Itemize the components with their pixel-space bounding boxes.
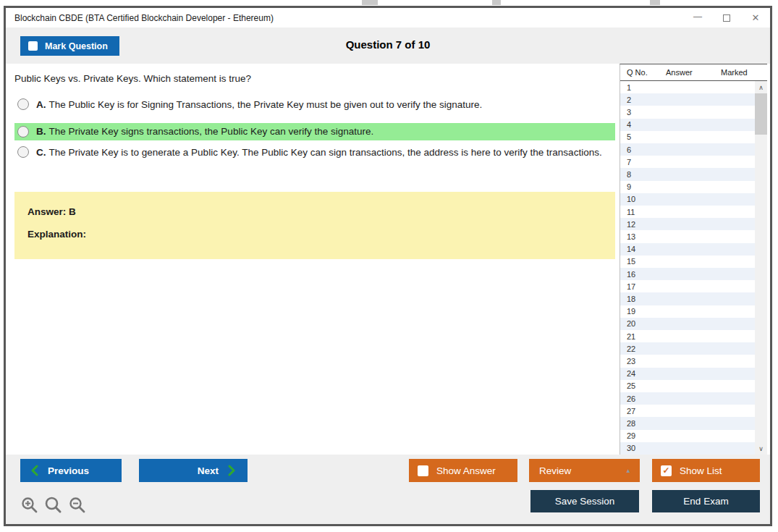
row-qno: 9 bbox=[620, 182, 656, 191]
question-list-row[interactable]: 5 bbox=[620, 131, 756, 143]
row-qno: 8 bbox=[620, 170, 656, 179]
scroll-up-icon: ∧ bbox=[758, 84, 764, 91]
answer-label: Answer: B bbox=[28, 206, 76, 217]
zoom-out-icon[interactable] bbox=[68, 496, 87, 515]
previous-button[interactable]: Previous bbox=[20, 459, 122, 482]
show-answer-button[interactable]: Show Answer bbox=[409, 459, 517, 482]
option-b-radio[interactable] bbox=[17, 126, 29, 138]
save-session-button[interactable]: Save Session bbox=[530, 490, 639, 512]
next-button[interactable]: Next bbox=[139, 459, 248, 482]
scrollbar-thumb[interactable] bbox=[755, 93, 767, 135]
question-list-row[interactable]: 2 bbox=[620, 93, 756, 106]
row-qno: 1 bbox=[620, 83, 656, 92]
question-list-row[interactable]: 24 bbox=[620, 368, 756, 380]
review-button[interactable]: Review ▲ bbox=[529, 459, 640, 482]
question-list-row[interactable]: 23 bbox=[620, 355, 756, 367]
show-list-button[interactable]: ✓ Show List bbox=[652, 459, 760, 482]
question-list-row[interactable]: 1 bbox=[620, 81, 756, 93]
row-qno: 11 bbox=[620, 208, 656, 216]
question-list-row[interactable]: 17 bbox=[620, 280, 756, 292]
minimize-button[interactable]: — bbox=[683, 8, 712, 28]
question-list-row[interactable]: 8 bbox=[620, 168, 756, 180]
maximize-button[interactable] bbox=[712, 8, 741, 28]
question-list-row[interactable]: 19 bbox=[620, 305, 756, 318]
row-qno: 20 bbox=[620, 319, 656, 328]
question-list-rows: 1234567891011121314151617181920212223242… bbox=[620, 81, 756, 455]
question-list-row[interactable]: 30 bbox=[620, 442, 756, 455]
question-list-row[interactable]: 14 bbox=[620, 243, 756, 256]
question-list-scrollbar[interactable]: ∧ ∨ bbox=[755, 81, 767, 455]
question-list-row[interactable]: 29 bbox=[620, 430, 756, 442]
row-qno: 6 bbox=[620, 145, 656, 154]
row-qno: 21 bbox=[620, 332, 656, 341]
show-list-label: Show List bbox=[680, 465, 722, 476]
question-list-row[interactable]: 3 bbox=[620, 106, 756, 118]
option-c-radio[interactable] bbox=[17, 146, 29, 158]
question-list-row[interactable]: 11 bbox=[620, 206, 756, 218]
question-list-row[interactable]: 27 bbox=[620, 405, 756, 417]
answer-explanation-panel: Answer: B Explanation: bbox=[14, 192, 615, 259]
window-title: Blockchain CBDE (BTA Certified Blockchai… bbox=[6, 13, 274, 23]
question-list-row[interactable]: 28 bbox=[620, 417, 756, 429]
header-bar: Question 7 of 10 Mark Question bbox=[6, 28, 770, 64]
question-text: Public Keys vs. Private Keys. Which stat… bbox=[14, 73, 251, 84]
row-qno: 26 bbox=[620, 394, 656, 403]
show-answer-checkbox[interactable] bbox=[418, 465, 428, 476]
maximize-icon bbox=[723, 14, 730, 22]
end-exam-button[interactable]: End Exam bbox=[652, 490, 760, 512]
row-qno: 29 bbox=[620, 431, 656, 440]
question-list-area: 1234567891011121314151617181920212223242… bbox=[620, 81, 767, 455]
question-list-row[interactable]: 18 bbox=[620, 292, 756, 305]
question-list-row[interactable]: 7 bbox=[620, 156, 756, 168]
chevron-left-icon bbox=[30, 465, 38, 476]
question-list-row[interactable]: 13 bbox=[620, 230, 756, 242]
row-qno: 24 bbox=[620, 369, 656, 378]
question-list-row[interactable]: 6 bbox=[620, 143, 756, 156]
row-qno: 4 bbox=[620, 120, 656, 129]
question-list-row[interactable]: 9 bbox=[620, 181, 756, 193]
close-button[interactable]: ✕ bbox=[741, 8, 770, 28]
previous-label: Previous bbox=[48, 465, 89, 476]
close-icon: ✕ bbox=[752, 12, 760, 23]
save-session-label: Save Session bbox=[555, 496, 615, 507]
scroll-up-button[interactable]: ∧ bbox=[755, 81, 767, 93]
question-list-row[interactable]: 20 bbox=[620, 318, 756, 330]
zoom-reset-icon[interactable] bbox=[44, 496, 63, 515]
question-list-row[interactable]: 26 bbox=[620, 392, 756, 405]
scroll-down-button[interactable]: ∨ bbox=[755, 442, 767, 455]
question-list-row[interactable]: 25 bbox=[620, 380, 756, 392]
row-qno: 22 bbox=[620, 345, 656, 353]
scroll-down-icon: ∨ bbox=[758, 445, 764, 452]
option-b-text: B.The Private Key signs transactions, th… bbox=[36, 125, 373, 138]
question-list-row[interactable]: 10 bbox=[620, 193, 756, 206]
option-c[interactable]: C.The Private Key is to generate a Publi… bbox=[17, 146, 602, 159]
question-list-row[interactable]: 15 bbox=[620, 256, 756, 268]
option-a[interactable]: A.The Public Key is for Signing Transact… bbox=[17, 98, 482, 111]
background-artifact bbox=[362, 0, 378, 5]
mark-question-button[interactable]: Mark Question bbox=[20, 36, 119, 56]
explanation-label: Explanation: bbox=[28, 229, 86, 240]
row-qno: 18 bbox=[620, 295, 656, 303]
zoom-in-icon[interactable] bbox=[20, 496, 39, 515]
show-list-checkbox[interactable]: ✓ bbox=[661, 465, 672, 476]
row-qno: 13 bbox=[620, 232, 656, 241]
app-window: Blockchain CBDE (BTA Certified Blockchai… bbox=[4, 6, 772, 526]
question-list-row[interactable]: 4 bbox=[620, 119, 756, 131]
question-list-row[interactable]: 21 bbox=[620, 330, 756, 342]
mark-question-label: Mark Question bbox=[45, 41, 108, 51]
show-answer-label: Show Answer bbox=[436, 465, 496, 476]
chevron-right-icon bbox=[228, 465, 236, 476]
question-list-row[interactable]: 12 bbox=[620, 218, 756, 230]
question-list-row[interactable]: 16 bbox=[620, 268, 756, 280]
caret-up-icon: ▲ bbox=[625, 468, 640, 474]
mark-question-checkbox[interactable] bbox=[28, 41, 38, 51]
minimize-icon: — bbox=[693, 12, 702, 22]
column-header-answer: Answer bbox=[666, 68, 693, 77]
row-qno: 19 bbox=[620, 307, 656, 316]
question-list-row[interactable]: 22 bbox=[620, 342, 756, 355]
row-qno: 3 bbox=[620, 108, 656, 117]
option-b-highlighted[interactable]: B.The Private Key signs transactions, th… bbox=[14, 123, 615, 140]
row-qno: 27 bbox=[620, 407, 656, 415]
option-a-radio[interactable] bbox=[17, 98, 29, 110]
screen: Blockchain CBDE (BTA Certified Blockchai… bbox=[0, 0, 778, 532]
